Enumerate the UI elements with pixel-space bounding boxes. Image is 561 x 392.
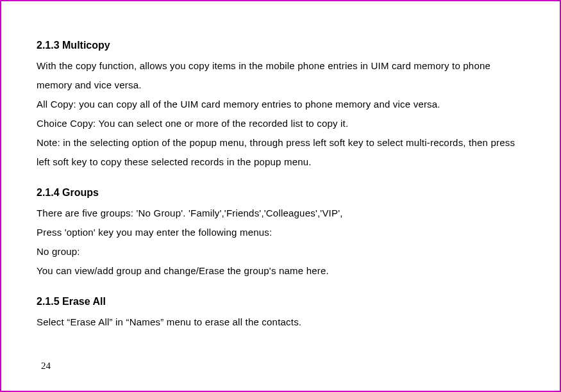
paragraph: Select “Erase All” in “Names” menu to er… <box>37 313 524 332</box>
section-groups: 2.1.4 Groups There are five groups: 'No … <box>37 187 524 281</box>
paragraph: All Copy: you can copy all of the UIM ca… <box>37 95 524 114</box>
paragraph: No group: <box>37 242 524 261</box>
heading-erase-all: 2.1.5 Erase All <box>37 296 524 307</box>
heading-multicopy: 2.1.3 Multicopy <box>37 40 524 51</box>
paragraph: You can view/add group and change/Erase … <box>37 261 524 281</box>
paragraph: There are five groups: 'No Group'. 'Fami… <box>37 204 524 223</box>
page-number: 24 <box>41 361 51 372</box>
paragraph: With the copy function, allows you copy … <box>37 56 524 95</box>
section-erase-all: 2.1.5 Erase All Select “Erase All” in “N… <box>37 296 524 332</box>
paragraph: Note: in the selecting option of the pop… <box>37 133 524 172</box>
section-multicopy: 2.1.3 Multicopy With the copy function, … <box>37 40 524 172</box>
paragraph: Press 'option' key you may enter the fol… <box>37 223 524 242</box>
heading-groups: 2.1.4 Groups <box>37 187 524 199</box>
paragraph: Choice Copy: You can select one or more … <box>37 114 524 133</box>
